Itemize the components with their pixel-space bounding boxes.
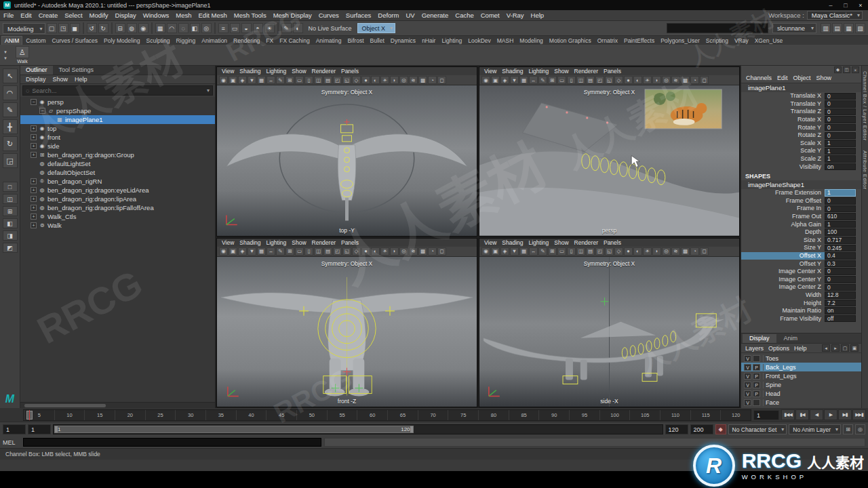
outliner-item[interactable]: + ◉ side xyxy=(20,142,215,150)
outliner-scrollbar[interactable] xyxy=(20,402,215,408)
outliner-item[interactable]: + ⊞ ben_dragon_rig:dragon:Group xyxy=(20,150,215,159)
lock-camera-icon[interactable]: ▣ xyxy=(229,76,237,84)
outliner-search[interactable]: ◌ ▾ xyxy=(22,85,213,96)
2d-pan-zoom-icon[interactable]: ↔ xyxy=(529,76,538,84)
channel-label[interactable]: Frame Visibility xyxy=(741,315,825,323)
viewport-menu-item[interactable]: Renderer xyxy=(310,68,338,75)
channel-value-field[interactable]: 0 xyxy=(825,108,856,116)
menu-item[interactable]: Generate xyxy=(418,12,452,19)
menu-item[interactable]: Display xyxy=(112,12,140,19)
move-layer-down-icon[interactable]: ▸ xyxy=(831,344,840,352)
outliner-item[interactable]: + ◉ top xyxy=(20,124,215,133)
isolate-select-icon[interactable]: ◻ xyxy=(437,76,446,84)
quick-select-field[interactable] xyxy=(667,23,768,33)
channel-value-field[interactable]: 1 xyxy=(825,189,856,197)
select-by-component-icon[interactable]: ◉ xyxy=(138,23,149,33)
viewport-menu-item[interactable]: Lighting xyxy=(526,239,551,246)
shelf-tab[interactable]: MASH xyxy=(494,37,517,45)
viewport-canvas-persp[interactable]: Symmetry: Object X persp xyxy=(479,85,739,236)
open-render-view-icon[interactable]: ▭ xyxy=(230,23,240,33)
safe-action-icon[interactable]: ◰ xyxy=(595,247,604,256)
menu-item[interactable]: Windows xyxy=(140,12,173,19)
layer-mode-toggle[interactable]: P xyxy=(753,390,760,397)
character-set-selector[interactable]: No Character Set xyxy=(728,424,787,434)
select-by-hierarchy-icon[interactable]: ⊟ xyxy=(115,23,125,33)
channel-value-field[interactable]: 0 xyxy=(825,93,856,100)
anim-layer-selector[interactable]: No Anim Layer xyxy=(789,424,841,434)
channel-value-field[interactable]: 1 xyxy=(825,148,856,155)
grid-icon[interactable]: ⊞ xyxy=(285,247,294,256)
channel-value-field[interactable]: 0 xyxy=(825,197,856,205)
xray-icon[interactable]: ◔ xyxy=(428,247,437,256)
outliner-item[interactable]: + ◍ ben_dragon_rig:dragon:lipArea xyxy=(20,195,215,203)
viewport-menu-item[interactable]: Renderer xyxy=(572,239,600,246)
hypershade-icon[interactable]: ◐ xyxy=(293,23,303,33)
move-tool-icon[interactable]: ╋ xyxy=(3,119,18,134)
channel-value-field[interactable]: on xyxy=(825,163,856,171)
safe-action-icon[interactable]: ◰ xyxy=(333,76,342,84)
shadows-icon[interactable]: ◗ xyxy=(390,76,399,84)
channel-value-field[interactable]: 7.2 xyxy=(825,300,856,307)
2d-pan-zoom-icon[interactable]: ↔ xyxy=(267,247,275,256)
channel-value-field[interactable]: 0 xyxy=(825,268,856,275)
grease-pencil-icon[interactable]: ✎ xyxy=(538,247,547,256)
wireframe-icon[interactable]: ◇ xyxy=(614,247,623,256)
shelf-tab[interactable]: Ornatrix xyxy=(595,37,620,45)
gate-mask-icon[interactable]: ◫ xyxy=(576,247,585,256)
viewport-menu-item[interactable]: Lighting xyxy=(526,68,551,75)
shaded-icon[interactable]: ● xyxy=(624,76,633,84)
viewport-menu-item[interactable]: Shading xyxy=(500,68,525,75)
shelf-tab[interactable]: PaintEffects xyxy=(621,37,657,45)
tree-expander[interactable]: + xyxy=(31,152,37,158)
panel-tab[interactable]: Outliner xyxy=(20,66,53,75)
channel-label[interactable]: Depth xyxy=(741,228,825,236)
menu-item[interactable]: Modify xyxy=(86,12,112,19)
sidebar-attribute-editor-icon[interactable]: ▤ xyxy=(832,23,842,33)
film-gate-icon[interactable]: ▭ xyxy=(557,247,566,256)
move-layer-up-icon[interactable]: ◂ xyxy=(822,344,830,352)
safe-title-icon[interactable]: ◱ xyxy=(605,247,614,256)
resolution-gate-icon[interactable]: ▯ xyxy=(567,76,576,84)
select-tool-icon[interactable]: ↖ xyxy=(3,68,18,83)
field-chart-icon[interactable]: ▤ xyxy=(586,247,595,256)
menu-set-selector[interactable]: Modeling xyxy=(3,23,45,34)
step-forward-frame-button[interactable]: ▶▮ xyxy=(838,409,852,420)
separator[interactable] xyxy=(151,22,153,34)
channel-box-menu-item[interactable]: Show xyxy=(814,74,834,83)
field-chart-icon[interactable]: ▤ xyxy=(586,76,595,84)
menu-item[interactable]: Mesh Display xyxy=(270,12,315,19)
sidebar-vertical-tab[interactable]: Channel Box / Layer Editor xyxy=(862,71,868,141)
undo-icon[interactable]: ↺ xyxy=(87,23,97,33)
channel-label[interactable]: Scale Y xyxy=(741,147,825,155)
image-plane-icon[interactable]: ▦ xyxy=(257,76,266,84)
user-menu[interactable]: slcunnane xyxy=(772,23,816,33)
bookmark-icon[interactable]: ▼ xyxy=(248,247,256,256)
tree-expander[interactable]: + xyxy=(31,214,37,220)
command-language-label[interactable]: MEL xyxy=(3,439,20,446)
lock-camera-icon[interactable]: ▣ xyxy=(491,76,500,84)
shelf-tab[interactable]: Bullet xyxy=(368,37,387,45)
separator[interactable] xyxy=(214,22,216,34)
channel-value-field[interactable]: 0 xyxy=(825,276,856,283)
viewport-menu-item[interactable]: Show xyxy=(552,239,570,246)
range-end-handle[interactable] xyxy=(410,426,413,432)
motion-blur-icon[interactable]: ≋ xyxy=(671,247,680,256)
render-settings-icon[interactable]: ☀ xyxy=(264,23,275,33)
shelf-tab[interactable]: Motion Graphics xyxy=(547,37,594,45)
maximize-button[interactable]: □ xyxy=(838,2,853,9)
field-chart-icon[interactable]: ▤ xyxy=(323,247,332,256)
channel-value-field[interactable]: 0 xyxy=(825,124,856,131)
field-chart-icon[interactable]: ▤ xyxy=(323,76,332,84)
playback-start-field[interactable]: 1 xyxy=(28,424,51,434)
tree-expander[interactable]: + xyxy=(31,187,37,193)
sidebar-modeling-toolkit-icon[interactable]: ▧ xyxy=(855,23,865,33)
shelf-tab[interactable]: VRay xyxy=(732,37,751,45)
menu-item[interactable]: File xyxy=(0,12,17,19)
display-layer-row[interactable]: V P Back_Legs xyxy=(741,363,861,371)
layer-mode-toggle[interactable]: P xyxy=(753,382,760,388)
sidebar-tool-settings-icon[interactable]: ▦ xyxy=(844,23,854,33)
channel-label[interactable]: Frame In xyxy=(741,205,825,212)
viewport-menu-item[interactable]: Lighting xyxy=(264,68,288,75)
channel-value-field[interactable]: 100 xyxy=(825,228,856,236)
viewport-menu-item[interactable]: Panels xyxy=(339,239,361,246)
